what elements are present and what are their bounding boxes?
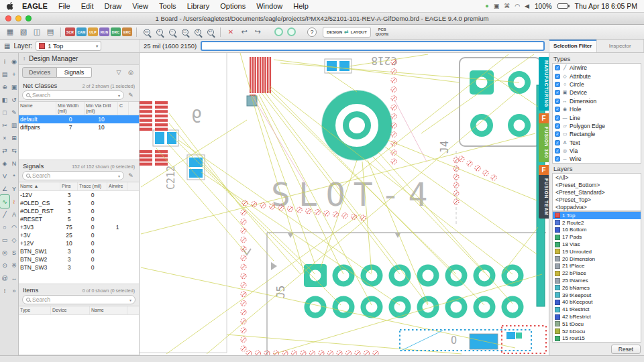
layer-preset[interactable]: <Preset_Standard> (553, 188, 641, 196)
layer-row-pads[interactable]: 17 Pads (553, 233, 641, 241)
erc-icon[interactable]: ERC (122, 27, 132, 36)
tool-value-icon[interactable]: V (0, 170, 9, 182)
tool-cut-icon[interactable]: ✂ (0, 119, 9, 131)
pcb-quote-button[interactable]: PCB QUOTE (372, 27, 392, 36)
tool-arc-icon[interactable]: ◠ (9, 221, 19, 233)
menu-view[interactable]: View (127, 2, 154, 10)
tool-wire-icon[interactable]: ╱ (0, 208, 9, 221)
type-filter-attribute[interactable]: ✓◇Attribute (553, 72, 641, 80)
items-search[interactable]: ▾ (22, 295, 136, 304)
signal-row[interactable]: #RESET50 (19, 215, 139, 223)
zoom-redraw-icon[interactable]: ↺ (192, 26, 203, 38)
menu-library[interactable]: Library (182, 2, 215, 10)
menu-edit[interactable]: Edit (76, 2, 99, 10)
save-icon[interactable]: ◫ (31, 26, 43, 38)
filter-icon[interactable]: ▽ (114, 68, 123, 77)
signal-row[interactable]: #OLED_CS30 (19, 199, 139, 207)
chevron-down-icon[interactable]: ▾ (129, 298, 131, 302)
column-header[interactable]: Type (19, 306, 51, 314)
layer-row-bnames[interactable]: 26 bNames (553, 284, 641, 292)
reset-button[interactable]: Reset (611, 345, 641, 354)
chevron-down-icon[interactable]: ▾ (118, 174, 120, 178)
layer-row-dimension[interactable]: 20 Dimension (553, 255, 641, 263)
column-header[interactable]: Pins (60, 182, 78, 190)
layer-preset[interactable]: <All> (553, 174, 641, 181)
apple-menu-icon[interactable] (7, 2, 14, 10)
type-filter-wire[interactable]: ✓─Wire (553, 155, 641, 163)
column-header[interactable]: Name (19, 102, 56, 115)
tool-change-icon[interactable]: ✎ (9, 106, 19, 119)
run-icon[interactable]: RUN (99, 27, 109, 36)
type-filter-polygon-edge[interactable]: ✓▱Polygon Edge (553, 122, 641, 130)
signal-row[interactable]: +12V100 (19, 239, 139, 247)
tool-route-icon[interactable]: ∿ (0, 195, 9, 208)
net-class-row[interactable]: diffpairs710 (19, 123, 139, 131)
type-filter-line[interactable]: ✓—Line (553, 113, 641, 121)
layer-row-top[interactable]: 1 Top (553, 212, 641, 219)
checkbox[interactable]: ✓ (555, 156, 560, 162)
tool-move-icon[interactable]: ⊕ (0, 80, 9, 93)
tool-rotate-icon[interactable]: ↺ (9, 93, 19, 106)
net-classes-search[interactable]: ▾ (22, 90, 124, 100)
redo-button[interactable]: ↪ (252, 26, 264, 38)
zoom-fit-icon[interactable]: ▭ (141, 26, 152, 38)
signals-search[interactable]: ▾ (22, 171, 124, 180)
status-green-icon[interactable]: ● (485, 3, 488, 9)
zoom-last-icon[interactable]: ↩ (205, 26, 216, 38)
zoom-in-icon[interactable]: + (154, 26, 165, 38)
tool-delete-icon[interactable]: × (0, 131, 9, 144)
tool-info-icon[interactable]: i (0, 55, 9, 68)
layer-row-bkeepout[interactable]: 40 bKeepout (553, 299, 641, 306)
tool-miter-icon[interactable]: ∠ (0, 182, 9, 195)
menu-tools[interactable]: Tools (154, 2, 182, 10)
layer-row-tdocu[interactable]: 51 tDocu (553, 320, 641, 328)
tool-polygon-icon[interactable]: ◇ (9, 233, 19, 246)
type-filter-text[interactable]: ✓AText (553, 139, 641, 147)
tab-inspector[interactable]: Inspector (597, 40, 644, 52)
type-filter-airwire[interactable]: ✓╱Airwire (553, 64, 641, 72)
wifi-icon[interactable]: ◠ (515, 3, 520, 9)
zoom-window-button[interactable] (25, 15, 32, 21)
tool-rect-icon[interactable]: ▭ (0, 233, 9, 246)
layer-row-unrouted[interactable]: 19 Unrouted (553, 248, 641, 255)
type-filter-rectangle[interactable]: ✓▭Rectangle (553, 130, 641, 138)
locate-icon[interactable]: ◎ (126, 68, 136, 77)
column-header[interactable]: Device (51, 306, 90, 314)
tool-copy-icon[interactable]: ▣ (9, 80, 19, 93)
tool-paste-icon[interactable]: ▥ (9, 119, 19, 131)
tool-pinswap-icon[interactable]: ⇄ (0, 144, 9, 157)
layer-row-tplace[interactable]: 21 tPlace (553, 263, 641, 270)
volume-icon[interactable]: ◀ (525, 3, 529, 9)
checkbox[interactable]: ✓ (555, 82, 560, 87)
tool-hole-icon[interactable]: ⊙ (0, 259, 9, 272)
layer-preset[interactable]: <toppadvia> (553, 203, 641, 210)
tool-ripup-icon[interactable]: ≀ (9, 195, 19, 208)
grid-settings-icon[interactable]: ▦ (4, 42, 10, 50)
design-manager-header[interactable]: ↕ Design Manager (19, 53, 139, 65)
column-header[interactable]: C (118, 102, 129, 115)
tool-smash-icon[interactable]: * (9, 170, 19, 182)
signal-row[interactable]: #OLED_RST30 (19, 207, 139, 215)
menubar-clock[interactable]: Thu Apr 18 6:05 PM (575, 2, 637, 10)
dock-icon[interactable]: ↕ (23, 56, 25, 62)
checkbox[interactable]: ✓ (555, 107, 560, 112)
display-status-icon[interactable]: ▣ (494, 3, 500, 9)
print-icon[interactable]: ▤ (44, 26, 56, 38)
undo-button[interactable]: ↩ (238, 26, 250, 38)
capture-button[interactable] (287, 27, 296, 36)
net-class-row[interactable]: default010 (19, 115, 139, 123)
close-window-button[interactable] (5, 15, 11, 21)
tool-errors-icon[interactable]: ! (0, 284, 9, 297)
board-window-icon[interactable]: ▦ (4, 26, 16, 38)
menu-options[interactable]: Options (215, 2, 251, 10)
help-button[interactable]: ? (307, 27, 317, 37)
tool-circle-icon[interactable]: ○ (0, 221, 9, 233)
checkbox[interactable]: ✓ (555, 123, 560, 129)
tool-via-icon[interactable]: ◎ (0, 246, 9, 259)
menu-eagle[interactable]: EAGLE (17, 2, 53, 10)
minimize-window-button[interactable] (15, 15, 21, 21)
checkbox[interactable]: ✓ (555, 74, 560, 79)
titlebar[interactable]: 1 Board - /Users/eagletest/Documents/eag… (0, 13, 644, 25)
signal-row[interactable]: +3V37501 (19, 223, 139, 231)
script-icon[interactable]: SCR (65, 27, 75, 36)
